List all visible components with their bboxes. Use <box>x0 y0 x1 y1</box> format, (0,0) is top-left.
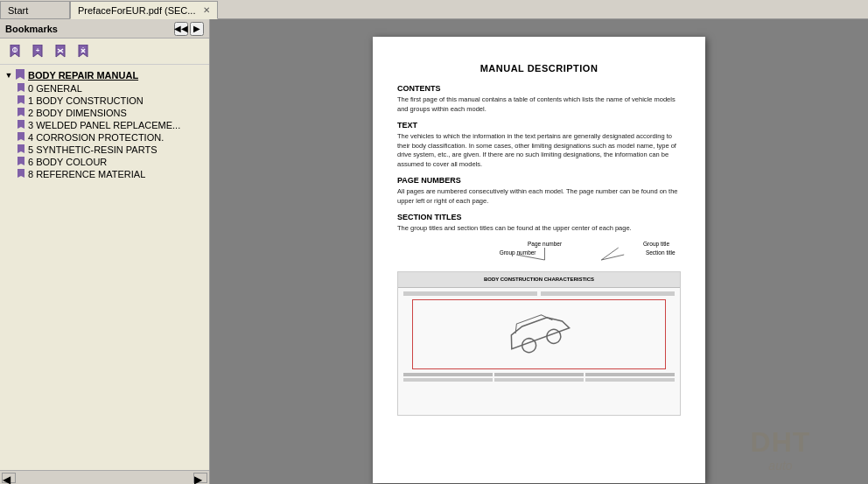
svg-marker-17 <box>18 132 24 141</box>
pdf-text-pages: All pages are numbered consecutively wit… <box>397 187 681 206</box>
pdf-section-text: TEXT <box>397 121 681 130</box>
pdf-page: MANUAL DESCRIPTION CONTENTS The first pa… <box>373 37 705 483</box>
bookmark-add-button[interactable]: + <box>28 42 47 61</box>
diagram-table-cell-5 <box>494 378 584 382</box>
svg-line-22 <box>516 255 544 260</box>
tree-child-label-5: 5 SYNTHETIC-RESIN PARTS <box>28 144 158 155</box>
tree-item-0[interactable]: 0 GENERAL <box>0 82 209 95</box>
tree-item-1[interactable]: 1 BODY CONSTRUCTION <box>0 95 209 107</box>
tree-root[interactable]: ▼ BODY REPAIR MANUAL <box>0 68 209 82</box>
diagram-table-row-2 <box>403 378 675 382</box>
tab-start[interactable]: Start <box>0 1 70 18</box>
tree-item-4[interactable]: 4 CORROSION PROTECTION. <box>0 131 209 144</box>
pdf-text-titles: The group titles and section titles can … <box>397 224 681 234</box>
sidebar-nav-buttons: ◀◀ ▶ <box>174 22 204 36</box>
tree-child-label-1: 1 BODY CONSTRUCTION <box>28 95 144 106</box>
svg-marker-14 <box>18 95 24 104</box>
sidebar-scrollbar[interactable]: ◀ ▶ <box>0 470 209 484</box>
watermark-brand: DHT <box>751 426 811 459</box>
sidebar: Bookmarks ◀◀ ▶ + <box>0 19 210 484</box>
svg-marker-16 <box>18 120 24 129</box>
diagram-table-cell-3 <box>585 373 675 376</box>
child-bookmark-icon-3 <box>18 120 24 130</box>
child-bookmark-icon-1 <box>18 95 24 106</box>
content-area: MANUAL DESCRIPTION CONTENTS The first pa… <box>210 19 868 484</box>
bookmark-delete-icon <box>54 45 66 59</box>
svg-marker-13 <box>18 83 24 92</box>
tab-pdf-label: PrefaceForEUR.pdf (SEC... <box>78 5 196 16</box>
diagram-bar-2 <box>541 291 675 296</box>
main-layout: Bookmarks ◀◀ ▶ + <box>0 19 868 484</box>
pdf-diagram-container: Page number Group number Group title Sec… <box>397 241 681 398</box>
tab-bar: Start PrefaceForEUR.pdf (SEC... ✕ <box>0 0 868 19</box>
diagram-content <box>398 288 680 385</box>
watermark-sub: auto <box>751 459 811 473</box>
child-bookmark-icon-6 <box>18 157 24 167</box>
diagram-arrows <box>397 241 681 267</box>
bookmark-options-icon <box>77 45 89 59</box>
child-bookmark-icon-5 <box>18 144 24 155</box>
diagram-bar-1 <box>403 291 537 296</box>
diagram-table-cell-6 <box>585 378 675 382</box>
scrollbar-left-arrow[interactable]: ◀ <box>2 473 16 483</box>
tree-item-5[interactable]: 5 SYNTHETIC-RESIN PARTS <box>0 144 209 156</box>
sidebar-header: Bookmarks ◀◀ ▶ <box>0 19 209 39</box>
car-illustration <box>504 308 574 361</box>
pdf-text-contents: The first page of this manual contains a… <box>397 95 681 114</box>
pdf-section-titles: SECTION TITLES <box>397 213 681 221</box>
child-bookmark-icon-4 <box>18 132 24 143</box>
sidebar-title: Bookmarks <box>5 24 58 34</box>
tree-item-2[interactable]: 2 BODY DIMENSIONS <box>0 107 209 119</box>
diagram-table-cell-2 <box>494 373 584 376</box>
diagram-table-cell-4 <box>403 378 493 382</box>
tree-child-label-0: 0 GENERAL <box>28 83 82 94</box>
tab-start-label: Start <box>8 5 28 16</box>
tree-child-label-3: 3 WELDED PANEL REPLACEME... <box>28 120 180 130</box>
tree-child-label-2: 2 BODY DIMENSIONS <box>28 108 127 118</box>
watermark-content: DHT auto <box>751 426 811 473</box>
bookmark-view-icon <box>9 45 21 59</box>
sidebar-nav-back[interactable]: ◀◀ <box>174 22 188 36</box>
child-bookmark-icon-7 <box>18 169 24 179</box>
pdf-diagram: BODY CONSTRUCTION CHARACTERISTICS <box>397 271 681 416</box>
svg-marker-12 <box>16 69 24 80</box>
svg-text:+: + <box>36 46 40 54</box>
child-bookmark-icon-2 <box>18 108 24 118</box>
tree-child-label-6: 6 BODY COLOUR <box>28 157 107 167</box>
tree-expand-icon[interactable]: ▼ <box>4 70 14 81</box>
svg-marker-20 <box>18 169 24 178</box>
tree-item-7[interactable]: 8 REFERENCE MATERIAL <box>0 168 209 180</box>
tree-item-6[interactable]: 6 BODY COLOUR <box>0 156 209 168</box>
tree-child-label-4: 4 CORROSION PROTECTION. <box>28 132 164 143</box>
pdf-section-contents: CONTENTS <box>397 84 681 93</box>
svg-marker-19 <box>18 157 24 165</box>
child-bookmark-icon-0 <box>18 83 24 94</box>
diagram-header: BODY CONSTRUCTION CHARACTERISTICS <box>398 272 680 288</box>
svg-marker-15 <box>18 108 24 116</box>
tree-child-label-7: 8 REFERENCE MATERIAL <box>28 169 145 179</box>
bookmark-add-icon: + <box>32 45 44 59</box>
pdf-text-text: The vehicles to which the information in… <box>397 132 681 169</box>
diagram-table-cell-1 <box>403 373 493 376</box>
diagram-row-labels <box>403 291 675 296</box>
bookmark-options-button[interactable] <box>74 42 93 61</box>
diagram-table <box>403 373 675 382</box>
tab-close-icon[interactable]: ✕ <box>203 5 210 15</box>
scrollbar-right-arrow[interactable]: ▶ <box>193 473 207 483</box>
bookmarks-tree: ▼ BODY REPAIR MANUAL 0 GENERAL 1 B <box>0 65 209 470</box>
tree-root-label: BODY REPAIR MANUAL <box>28 70 138 81</box>
tree-item-3[interactable]: 3 WELDED PANEL REPLACEME... <box>0 119 209 131</box>
svg-marker-18 <box>18 144 24 153</box>
root-bookmark-icon <box>16 69 24 81</box>
diagram-table-row-1 <box>403 373 675 376</box>
tab-pdf[interactable]: PrefaceForEUR.pdf (SEC... ✕ <box>70 1 218 19</box>
scrollbar-track <box>18 473 192 483</box>
sidebar-nav-forward[interactable]: ▶ <box>190 22 204 36</box>
diagram-car-box <box>412 299 666 369</box>
bookmark-toolbar: + <box>0 39 209 65</box>
pdf-title: MANUAL DESCRIPTION <box>397 63 681 74</box>
watermark: DHT auto <box>693 414 868 484</box>
bookmark-delete-button[interactable] <box>51 42 70 61</box>
bookmark-view-button[interactable] <box>5 42 24 61</box>
pdf-section-pages: PAGE NUMBERS <box>397 176 681 185</box>
